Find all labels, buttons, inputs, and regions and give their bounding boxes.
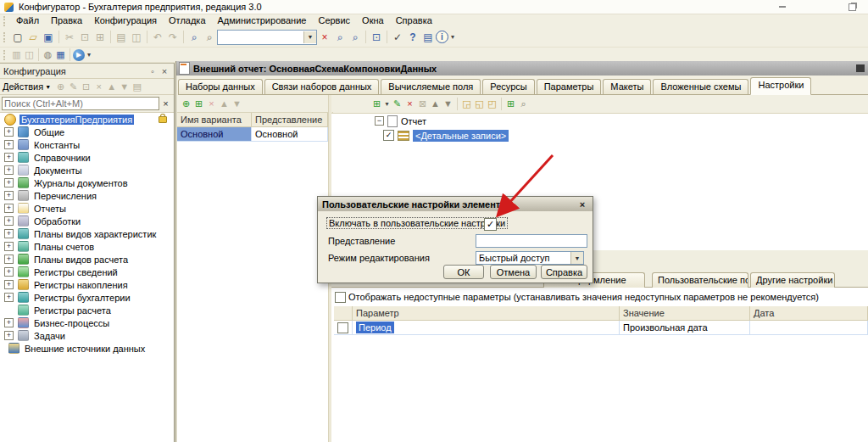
search-combo[interactable]: ▼ (217, 30, 317, 45)
tab-templates[interactable]: Макеты (603, 79, 651, 94)
copy-icon[interactable]: ⊡ (80, 81, 92, 93)
tree-item-charts-of-calculation-types[interactable]: +Планы видов расчета (0, 253, 174, 266)
menu-administration[interactable]: Администрирование (212, 14, 313, 27)
parameter-use-checkbox[interactable] (337, 322, 348, 333)
expand-icon[interactable]: + (4, 255, 14, 264)
column-header-presentation[interactable]: Представление (252, 113, 328, 127)
search-input[interactable] (2, 97, 159, 110)
expand-icon[interactable]: + (4, 280, 14, 289)
tree-item-information-registers[interactable]: +Регистры сведений (0, 266, 174, 278)
parameter-date-cell[interactable] (750, 321, 868, 335)
expand-icon[interactable]: + (4, 267, 14, 277)
tab-settings[interactable]: Настройки (750, 77, 811, 95)
variant-name-cell[interactable]: Основной (177, 127, 252, 142)
window-menu-icon[interactable] (856, 64, 865, 72)
expand-icon[interactable]: + (4, 140, 14, 149)
tab-nested-schemas[interactable]: Вложенные схемы (653, 79, 748, 94)
tree-item-enums[interactable]: +Перечисления (0, 189, 174, 202)
expand-icon[interactable]: + (4, 153, 14, 162)
debug-overflow-icon[interactable]: ▾ (85, 48, 93, 63)
clear-search-icon[interactable]: × (317, 30, 332, 45)
move-up-icon[interactable]: ▲ (429, 98, 442, 110)
tree-item-charts-of-characteristic-types[interactable]: +Планы видов характеристик (0, 227, 174, 240)
toolbar-overflow-icon[interactable]: ▾ (448, 30, 457, 45)
structure-settings-icon[interactable]: ◲ (460, 98, 473, 110)
find-parameter-icon[interactable]: ⌕ (517, 98, 530, 110)
move-up-icon[interactable]: ▲ (105, 81, 118, 93)
tab-other-settings[interactable]: Другие настройки (750, 272, 835, 288)
delete-variant-icon[interactable]: × (205, 98, 218, 110)
templates-icon[interactable]: ▤ (420, 30, 436, 45)
cut-icon[interactable]: ✂ (62, 30, 77, 45)
clear-search-icon[interactable]: × (159, 98, 172, 109)
about-icon[interactable]: i (436, 31, 448, 43)
new-window-icon[interactable]: ◫ (23, 48, 36, 61)
tree-item-charts-of-accounts[interactable]: +Планы счетов (0, 240, 174, 253)
expand-icon[interactable]: + (4, 293, 14, 302)
check-config-icon[interactable]: ✓ (390, 30, 405, 45)
tree-item-accumulation-registers[interactable]: +Регистры накопления (0, 278, 174, 291)
menu-file[interactable]: Файл (10, 14, 45, 27)
add-variant-icon[interactable]: ⊕ (180, 98, 192, 110)
zoom-icon[interactable]: ⌕ (202, 30, 217, 45)
restore-button[interactable] (841, 2, 863, 12)
expand-icon[interactable]: + (4, 165, 14, 175)
report-node[interactable]: − Отчет (331, 114, 868, 128)
find-next-icon[interactable]: ⌕ (332, 30, 348, 45)
check-settings-icon[interactable]: ◱ (473, 98, 486, 110)
minimize-button[interactable] (771, 2, 793, 12)
new-document-icon[interactable]: ▢ (10, 30, 25, 45)
tab-parameters[interactable]: Параметры (537, 79, 602, 94)
tree-item-common[interactable]: +Общие (0, 126, 174, 138)
close-icon[interactable]: × (159, 66, 170, 76)
tree-item-documents[interactable]: +Документы (0, 164, 174, 176)
add-icon[interactable]: ⊕ (54, 81, 67, 93)
syntax-help-icon[interactable]: ? (405, 30, 420, 45)
expand-icon[interactable]: + (4, 229, 14, 238)
tree-item-reports[interactable]: +Отчеты (0, 202, 174, 215)
menu-windows[interactable]: Окна (356, 14, 390, 27)
detail-records-node[interactable]: ✓ <Детальные записи> (331, 128, 868, 143)
expand-icon[interactable]: + (4, 191, 14, 200)
search-combo-input[interactable] (218, 31, 303, 43)
expand-icon[interactable]: + (4, 216, 14, 226)
print-icon[interactable]: ▤ (114, 30, 129, 45)
close-icon[interactable]: × (576, 199, 588, 210)
tree-item-document-journals[interactable]: +Журналы документов (0, 176, 174, 189)
tab-user-fields[interactable]: Пользовательские поля (652, 272, 748, 288)
global-search-icon[interactable]: ⌕ (186, 30, 202, 45)
move-down-icon[interactable]: ▼ (231, 98, 243, 110)
column-header-variant-name[interactable]: Имя варианта (177, 113, 252, 127)
cancel-button[interactable]: Отмена (490, 265, 537, 279)
menu-help[interactable]: Справка (390, 14, 438, 27)
add-group-dropdown-icon[interactable]: ▾ (383, 98, 391, 110)
add-group-icon[interactable]: ⊞ (370, 98, 383, 110)
tree-item-business-processes[interactable]: +Бизнес-процессы (0, 316, 174, 329)
expand-icon[interactable]: + (4, 331, 14, 340)
duplicate-icon[interactable]: ⊡ (369, 30, 384, 45)
tree-item-catalogs[interactable]: +Справочники (0, 151, 174, 164)
column-header-parameter[interactable]: Параметр (353, 306, 620, 321)
table-icon[interactable]: ▦ (54, 48, 67, 61)
paste-icon[interactable]: ⊞ (92, 30, 108, 45)
tree-item-accounting-registers[interactable]: +Регистры бухгалтерии (0, 291, 174, 304)
tree-item-tasks[interactable]: +Задачи (0, 329, 174, 342)
menu-service[interactable]: Сервис (312, 14, 356, 27)
save-icon[interactable]: ▣ (41, 30, 56, 45)
tab-data-sets[interactable]: Наборы данных (178, 79, 263, 94)
tab-resources[interactable]: Ресурсы (482, 79, 534, 94)
print-preview-icon[interactable]: ◫ (129, 30, 144, 45)
copy-variant-icon[interactable]: ⊞ (192, 98, 205, 110)
tree-item-data-processors[interactable]: +Обработки (0, 215, 174, 227)
variant-row[interactable]: Основной Основной (177, 127, 328, 142)
copy-icon[interactable]: ⊡ (77, 30, 92, 45)
move-down-icon[interactable]: ▼ (118, 81, 131, 93)
move-up-icon[interactable]: ▲ (218, 98, 231, 110)
find-previous-icon[interactable]: ⌕ (348, 30, 363, 45)
menu-debug[interactable]: Отладка (163, 14, 211, 27)
expand-icon[interactable]: + (4, 242, 14, 251)
tree-item-calculation-registers[interactable]: Регистры расчета (0, 304, 174, 316)
move-down-icon[interactable]: ▼ (442, 98, 454, 110)
tree-item-constants[interactable]: +Константы (0, 138, 174, 151)
edit-icon[interactable]: ✎ (67, 81, 80, 93)
